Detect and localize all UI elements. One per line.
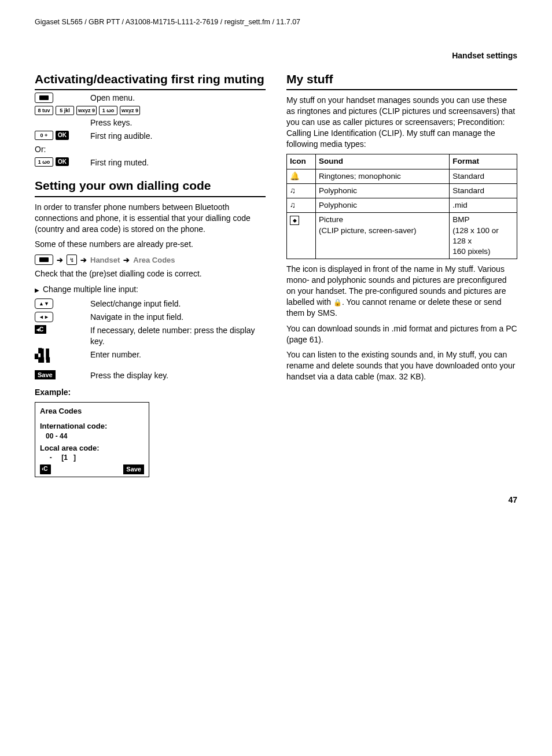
cell-sound-1: Polyphonic <box>315 183 449 198</box>
cell-format-1: Standard <box>450 183 517 198</box>
cell-sound-0: Ringtones; monophonic <box>315 169 449 183</box>
navigate-text: Navigate in the input field. <box>90 312 266 323</box>
row-select: ▲▼ Select/change input field. <box>35 298 266 309</box>
header-text: Gigaset SL565 / GBR PTT / A31008-M1715-L… <box>35 18 300 26</box>
c-key-icon: ◂C <box>35 325 46 334</box>
local-val: - [1 ] <box>40 453 144 462</box>
mystuff-p3: You can download sounds in .mid format a… <box>286 323 517 345</box>
left-column: Activating/deactivating first ring mutin… <box>35 72 266 478</box>
mystuff-p4: You can listen to the existing sounds an… <box>286 349 517 382</box>
th-format: Format <box>450 154 517 169</box>
example-clear: ‹C <box>40 464 51 474</box>
arrow-icon: ➔ <box>57 255 63 265</box>
cell-sound-3: Picture (CLIP picture, screen-saver) <box>315 213 449 259</box>
ok-badge-2: OK <box>56 157 69 167</box>
path-area: Area Codes <box>133 255 175 265</box>
audible-text: First ring audible. <box>90 131 266 142</box>
example-box: Area Codes International code: 00 - 44 L… <box>35 402 149 477</box>
table-row: ♫ Polyphonic .mid <box>287 198 517 213</box>
dial-para-3: Check that the (pre)set dialling code is… <box>35 268 266 279</box>
cell-sound-2: Polyphonic <box>315 198 449 213</box>
row-press-keys: 8 tuv 5 jkl wxyz 9 1 ωο wxyz 9 <box>35 106 266 115</box>
media-table: Icon Sound Format 🔔 Ringtones; monophoni… <box>286 154 517 259</box>
picture-icon: ◆ <box>290 216 299 225</box>
arrow-icon-2: ➔ <box>80 255 87 265</box>
row-open-menu: Open menu. <box>35 93 266 104</box>
section-label: Handset settings <box>35 50 517 61</box>
key-0: 0 + <box>35 131 53 140</box>
note-icon: ♫ <box>290 186 296 195</box>
menu-key-icon <box>35 93 53 103</box>
row-audible: 0 + OK First ring audible. <box>35 131 266 142</box>
heading-dialling: Setting your own dialling code <box>35 178 266 197</box>
key-5: 5 jkl <box>56 106 74 115</box>
intl-label: International code: <box>40 421 144 432</box>
example-title: Area Codes <box>40 406 144 416</box>
row-enter: ▞▌▌▝▘▘ Enter number. <box>35 349 266 368</box>
delete-text: If necessary, delete number: press the d… <box>90 325 266 347</box>
intl-val: 00 - 44 <box>40 432 144 441</box>
arrow-icon-3: ➔ <box>123 255 130 265</box>
page-number: 47 <box>35 495 517 506</box>
open-menu-text: Open menu. <box>90 93 266 104</box>
heading-ring-muting: Activating/deactivating first ring mutin… <box>35 72 266 90</box>
example-label: Example: <box>35 387 266 398</box>
bell-icon: 🔔 <box>290 172 300 180</box>
muted-text: First ring muted. <box>90 157 266 168</box>
cell-format-3: BMP (128 x 100 or 128 x 160 pixels) <box>450 213 517 259</box>
row-save: Save Press the display key. <box>35 370 266 381</box>
key-9a: wxyz 9 <box>76 106 97 115</box>
settings-icon: ↯ <box>67 255 77 265</box>
table-header-row: Icon Sound Format <box>287 154 517 169</box>
table-row: ♫ Polyphonic Standard <box>287 183 517 198</box>
row-muted: 1 ωο OK First ring muted. <box>35 157 266 168</box>
menu-path: ➔ ↯ ➔ Handset ➔ Area Codes <box>35 255 266 265</box>
cell-format-0: Standard <box>450 169 517 183</box>
enter-text: Enter number. <box>90 349 266 360</box>
th-sound: Sound <box>315 154 449 169</box>
table-row: ◆ Picture (CLIP picture, screen-saver) B… <box>287 213 517 259</box>
path-handset: Handset <box>90 255 120 265</box>
key-1: 1 ωο <box>99 106 117 115</box>
page-header: Gigaset SL565 / GBR PTT / A31008-M1715-L… <box>35 17 517 27</box>
nav-updown-icon: ▲▼ <box>35 298 53 309</box>
local-label: Local area code: <box>40 443 144 453</box>
ok-badge-1: OK <box>56 131 69 140</box>
keypad-icon: ▞▌▌▝▘▘ <box>35 349 52 368</box>
save-badge: Save <box>35 370 56 380</box>
key-1b: 1 ωο <box>35 157 53 167</box>
dial-para-1: In order to transfer phone numbers betwe… <box>35 202 266 235</box>
th-icon: Icon <box>287 154 316 169</box>
or-text: Or: <box>35 144 266 155</box>
key-8: 8 tuv <box>35 106 53 115</box>
lock-icon: 🔒 <box>333 298 342 307</box>
note-icon: ♫ <box>290 201 296 209</box>
menu-key-icon-2 <box>35 255 53 265</box>
select-text: Select/change input field. <box>90 298 266 309</box>
press-keys-text: Press keys. <box>90 117 266 128</box>
save-text: Press the display key. <box>90 370 266 381</box>
bullet-change-input: Change multiple line input: <box>35 284 266 295</box>
nav-leftright-icon: ◄► <box>35 312 53 322</box>
key-9b: wxyz 9 <box>120 106 140 115</box>
mystuff-p1: My stuff on your handset manages sounds … <box>286 95 517 149</box>
row-navigate: ◄► Navigate in the input field. <box>35 312 266 323</box>
table-row: 🔔 Ringtones; monophonic Standard <box>287 169 517 183</box>
mystuff-p2: The icon is displayed in front of the na… <box>286 264 517 318</box>
row-delete: ◂C If necessary, delete number: press th… <box>35 325 266 347</box>
row-press-keys-text: Press keys. <box>35 117 266 128</box>
dial-para-2: Some of these numbers are already pre-se… <box>35 239 266 250</box>
cell-format-2: .mid <box>450 198 517 213</box>
example-save: Save <box>123 464 144 474</box>
heading-mystuff: My stuff <box>286 72 517 90</box>
right-column: My stuff My stuff on your handset manage… <box>286 72 517 478</box>
